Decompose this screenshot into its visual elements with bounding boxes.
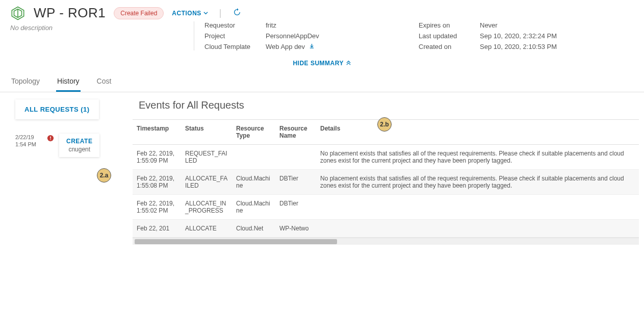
request-item[interactable]: 2/22/19 1:54 PM CREATE cnugent <box>15 134 133 157</box>
all-requests-button[interactable]: ALL REQUESTS (1) <box>15 99 99 119</box>
scrollbar-thumb[interactable] <box>135 239 337 244</box>
col-resource-name[interactable]: Resource Name <box>275 120 316 145</box>
table-row[interactable]: Feb 22, 2019, 1:55:09 PMREQUEST_FAILEDNo… <box>133 145 639 170</box>
cell-rtype: Cloud.Machine <box>232 195 275 220</box>
request-date: 2/22/19 1:54 PM <box>15 134 42 148</box>
cell-rtype: Cloud.Net <box>232 220 275 238</box>
cell-status: ALLOCATE_FAILED <box>181 170 232 195</box>
request-action: CREATE <box>66 138 92 145</box>
info-label: Last updated <box>419 32 480 40</box>
col-resource-type[interactable]: Resource Type <box>232 120 275 145</box>
info-value: fritz <box>266 21 276 29</box>
cell-details: No placement exists that satisfies all o… <box>316 170 639 195</box>
events-title: Events for All Requests <box>139 99 639 111</box>
table-row[interactable]: Feb 22, 2019, 1:55:08 PMALLOCATE_FAILEDC… <box>133 170 639 195</box>
events-table: Timestamp Status Resource Type Resource … <box>133 119 639 238</box>
page-title: WP - ROR1 <box>34 5 106 21</box>
info-value: Web App dev <box>266 43 315 50</box>
divider: | <box>219 8 222 18</box>
info-label: Project <box>204 32 266 40</box>
cell-timestamp: Feb 22, 2019, 1:55:02 PM <box>133 195 181 220</box>
deployment-icon <box>10 6 25 21</box>
cell-rname: DBTier <box>275 195 316 220</box>
hide-summary-button[interactable]: HIDE SUMMARY <box>10 60 634 67</box>
cell-timestamp: Feb 22, 2019, 1:55:08 PM <box>133 170 181 195</box>
info-value: Sep 10, 2020, 2:10:53 PM <box>480 43 557 50</box>
chevron-down-icon <box>203 10 208 17</box>
status-badge: Create Failed <box>114 7 164 19</box>
cell-rtype <box>232 145 275 170</box>
info-value: Sep 10, 2020, 2:32:24 PM <box>480 32 557 40</box>
actions-label: ACTIONS <box>172 10 201 17</box>
summary-info: Requestor fritz Project PersonnelAppDev … <box>194 21 634 50</box>
cell-status: ALLOCATE <box>181 220 232 238</box>
cell-timestamp: Feb 22, 2019, 1:55:09 PM <box>133 145 181 170</box>
chevron-up-double-icon <box>346 60 351 67</box>
info-label: Expires on <box>419 21 480 29</box>
svg-rect-5 <box>50 139 50 140</box>
download-icon[interactable] <box>309 43 315 50</box>
horizontal-scrollbar[interactable] <box>133 238 639 245</box>
cell-rname: DBTier <box>275 170 316 195</box>
cell-details <box>316 220 639 238</box>
cell-status: REQUEST_FAILED <box>181 145 232 170</box>
info-value: PersonnelAppDev <box>266 32 319 40</box>
annotation-2a: 2.a <box>97 168 111 183</box>
cell-details <box>316 195 639 220</box>
cell-rtype: Cloud.Machine <box>232 170 275 195</box>
tab-cost[interactable]: Cost <box>96 72 113 92</box>
cell-status: ALLOCATE_IN_PROGRESS <box>181 195 232 220</box>
col-timestamp[interactable]: Timestamp <box>133 120 181 145</box>
svg-rect-4 <box>50 137 50 139</box>
tabs: Topology History Cost <box>0 72 644 92</box>
annotation-2b: 2.b <box>377 117 392 132</box>
info-value: Never <box>480 21 498 29</box>
col-status[interactable]: Status <box>181 120 232 145</box>
cell-rname: WP-Netwo <box>275 220 316 238</box>
tab-topology[interactable]: Topology <box>10 72 41 92</box>
error-icon <box>47 135 54 143</box>
col-details[interactable]: Details <box>316 120 639 145</box>
request-card[interactable]: CREATE cnugent <box>59 134 99 157</box>
cell-details: No placement exists that satisfies all o… <box>316 145 639 170</box>
info-label: Created on <box>419 43 480 50</box>
cell-rname <box>275 145 316 170</box>
tab-history[interactable]: History <box>56 72 81 92</box>
actions-button[interactable]: ACTIONS <box>172 10 208 17</box>
table-row[interactable]: Feb 22, 2019, 1:55:02 PMALLOCATE_IN_PROG… <box>133 195 639 220</box>
refresh-icon[interactable] <box>233 8 241 18</box>
cell-timestamp: Feb 22, 201 <box>133 220 181 238</box>
table-row[interactable]: Feb 22, 201ALLOCATECloud.NetWP-Netwo <box>133 220 639 238</box>
info-label: Cloud Template <box>204 43 266 50</box>
info-label: Requestor <box>204 21 266 29</box>
request-user: cnugent <box>66 146 92 153</box>
